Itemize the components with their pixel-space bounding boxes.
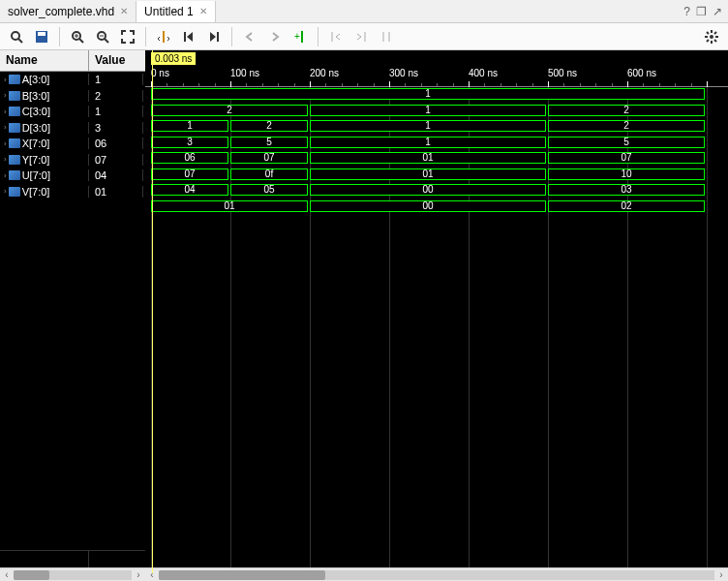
signal-value: 1 [89,106,143,117]
ruler-tick: 400 ns [469,68,498,78]
wave-row: 212 [145,104,728,117]
time-ruler[interactable]: 0 ns100 ns200 ns300 ns400 ns500 ns600 ns [145,66,728,87]
scroll-track[interactable] [14,570,132,580]
prev-edge-icon[interactable] [239,26,260,47]
waveform-panel[interactable]: 0.003 ns 0 ns100 ns200 ns300 ns400 ns500… [145,50,728,573]
next-edge-icon[interactable] [264,26,286,47]
bus-segment: 2 [548,120,705,132]
signals-header: Name Value [0,50,145,72]
cursor-line[interactable] [152,50,153,573]
bus-segment: 01 [310,152,546,164]
scroll-right-icon[interactable]: › [132,569,145,580]
bus-segment: 2 [230,120,308,132]
zoom-in-icon[interactable] [67,26,88,47]
signal-value: 04 [89,169,143,181]
go-first-icon[interactable] [178,26,199,47]
signals-panel: Name Value ›A[3:0]1›B[3:0]2›C[3:0]1›D[3:… [0,50,145,573]
bus-segment: 1 [151,88,705,100]
toolbar: + [0,23,728,50]
bus-segment: 10 [548,168,705,180]
settings-icon[interactable] [701,26,722,47]
bus-segment: 02 [548,200,705,212]
bus-segment: 03 [548,184,705,196]
close-icon[interactable]: ✕ [120,6,128,16]
bus-icon [9,75,20,84]
signal-row[interactable]: ›B[3:0]2 [0,88,145,105]
column-name-header[interactable]: Name [0,50,89,71]
signal-row[interactable]: ›V[7:0]01 [0,184,145,200]
signal-value: 1 [89,74,143,85]
wave-row: 06070107 [145,151,728,165]
chevron-right-icon[interactable]: › [4,171,7,180]
wave-row: 3515 [145,136,728,149]
bus-segment: 04 [151,184,228,196]
add-marker-icon[interactable]: + [289,26,311,47]
go-last-icon[interactable] [203,26,225,47]
signal-row[interactable]: ›U[7:0]04 [0,168,145,184]
popout-icon[interactable]: ↗ [713,5,722,18]
search-icon[interactable] [6,26,27,47]
signal-row[interactable]: ›X[7:0]06 [0,136,145,152]
scroll-right-icon[interactable]: › [714,569,728,580]
bus-icon [9,187,20,197]
close-icon[interactable]: ✕ [199,6,207,16]
signal-row[interactable]: ›Y[7:0]07 [0,152,145,168]
svg-line-5 [79,39,83,43]
bus-segment: 00 [310,200,546,212]
chevron-right-icon[interactable]: › [4,76,7,84]
wave-row: 1212 [145,119,728,133]
help-icon[interactable]: ? [683,5,690,18]
bus-segment: 1 [310,137,546,148]
wave-row: 04050003 [145,183,728,197]
wave-row: 010002 [145,199,728,213]
signal-value: 01 [89,186,143,198]
ruler-tick: 100 ns [230,68,259,78]
signal-row[interactable]: ›D[3:0]3 [0,120,145,137]
signal-name: ›A[3:0] [0,74,89,85]
chevron-right-icon[interactable]: › [4,123,7,132]
prev-marker-icon[interactable] [325,26,347,47]
chevron-right-icon[interactable]: › [4,187,7,196]
signal-name: ›B[3:0] [0,90,89,102]
next-marker-icon[interactable] [350,26,372,47]
save-icon[interactable] [31,26,52,47]
bus-segment: 05 [230,184,308,196]
signals-hscroll[interactable]: ‹ › [0,567,145,581]
chevron-right-icon[interactable]: › [4,107,7,116]
waveform-body[interactable]: 12121212351506070107070f0110040500030100… [145,87,728,573]
scroll-track[interactable] [159,570,714,580]
chevron-right-icon[interactable]: › [4,91,7,100]
wave-hscroll[interactable]: ‹ › [145,567,728,581]
signal-value: 07 [89,154,143,166]
svg-point-0 [12,32,19,40]
scroll-thumb[interactable] [14,570,49,580]
goto-cursor-icon[interactable] [153,26,174,47]
bus-segment: 1 [310,120,546,132]
tab-untitled-1[interactable]: Untitled 1 ✕ [136,1,216,22]
zoom-fit-icon[interactable] [117,26,138,47]
scroll-thumb[interactable] [159,570,325,580]
ruler-tick: 500 ns [548,68,577,78]
ruler-tick: 0 ns [151,68,169,78]
bus-segment: 2 [151,105,308,116]
signal-row[interactable]: ›C[3:0]1 [0,104,145,120]
svg-line-9 [105,39,108,43]
svg-line-1 [18,39,22,43]
signal-row[interactable]: ›A[3:0]1 [0,72,145,88]
bus-icon [9,138,20,148]
signal-value: 3 [89,122,143,134]
zoom-out-icon[interactable] [92,26,113,47]
chevron-right-icon[interactable]: › [4,155,7,164]
scroll-left-icon[interactable]: ‹ [0,569,14,580]
bus-icon [9,155,20,165]
signal-name: ›U[7:0] [0,169,89,181]
window-controls: ? ❐ ↗ [683,5,728,18]
restore-icon[interactable]: ❐ [696,5,707,18]
swap-marker-icon[interactable] [376,26,397,47]
tab-solver-complete[interactable]: solver_complete.vhd ✕ [0,1,136,22]
signal-value: 2 [89,90,143,102]
svg-text:+: + [294,31,300,42]
ruler-tick: 600 ns [627,68,656,78]
chevron-right-icon[interactable]: › [4,139,7,148]
column-value-header[interactable]: Value [89,50,143,71]
